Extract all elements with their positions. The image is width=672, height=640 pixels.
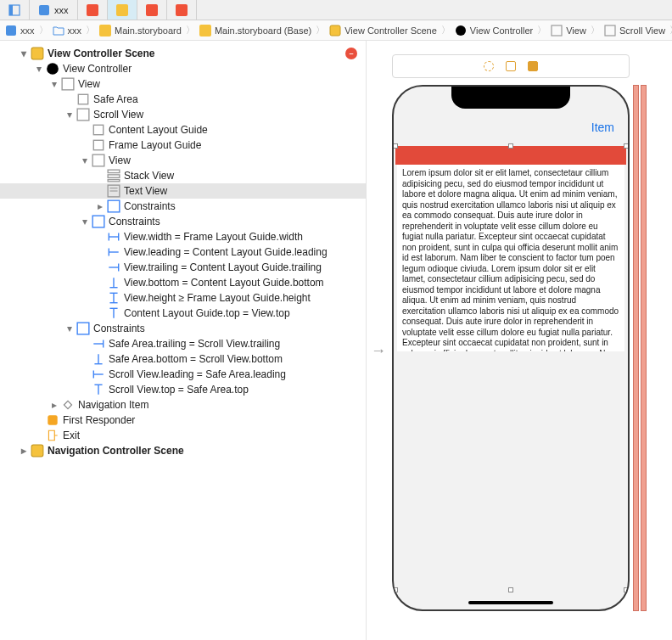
tool1-icon[interactable] [484,61,494,71]
crumb-storyboard-base[interactable]: Main.storyboard (Base) [198,25,313,36]
outline-innerview[interactable]: ▾View [0,153,366,168]
svg-rect-53 [48,415,57,424]
outline-clg[interactable]: Content Layout Guide [0,122,366,138]
disclosure-icon[interactable]: ▾ [80,216,90,227]
constraint-icon [107,306,120,320]
tab-project[interactable]: xxx [30,0,78,20]
disclosure-icon[interactable]: ▾ [49,78,59,90]
svg-rect-7 [6,25,16,36]
outline-c-trailing[interactable]: View.trailing = Content Layout Guide.tra… [0,260,366,275]
svg-rect-17 [78,94,87,104]
textview-icon [107,184,120,198]
view-icon [92,154,105,167]
crumb-scroll[interactable]: Scroll View [602,25,667,36]
disclosure-icon[interactable]: ▸ [49,399,59,411]
storyboard-icon [116,4,128,16]
outline-textview[interactable]: Text View [0,183,366,199]
outline-nav-scene[interactable]: ▸Navigation Controller Scene [0,443,366,458]
chevron-right-icon: 〉 [316,24,325,36]
svg-rect-4 [116,4,128,16]
crumb-project[interactable]: xxx [3,25,36,36]
tab-swift-1[interactable] [78,0,108,20]
svg-rect-1 [9,5,13,15]
crumb-storyboard[interactable]: Main.storyboard [98,25,183,36]
outline-stack[interactable]: Stack View [0,168,366,183]
disclosure-icon[interactable]: ▾ [34,63,44,75]
layoutguide-icon [92,138,105,152]
handle-icon[interactable] [393,143,398,149]
text-view[interactable]: Lorem ipsum dolor sit er elit lamet, con… [397,165,624,351]
outline-oc1[interactable]: Safe Area.trailing = Scroll View.trailin… [0,336,366,351]
chevron-right-icon: 〉 [186,24,195,36]
outline-c-bottom[interactable]: View.bottom = Content Layout Guide.botto… [0,275,366,290]
svg-rect-2 [39,5,49,15]
project-icon [38,4,50,16]
outline-constraints-scroll[interactable]: ▾Constraints [0,214,366,229]
device-frame[interactable]: Item Lorem ipsum dolor sit er elit lamet… [392,85,630,611]
tab-swift-2[interactable] [137,0,167,20]
outline-vc[interactable]: ▾View Controller [0,61,366,76]
tool3-icon[interactable] [528,61,538,71]
svg-rect-19 [93,125,103,134]
disclosure-icon[interactable]: ▾ [80,154,90,166]
viewcontroller-icon [46,62,59,76]
issue-indicator-icon[interactable]: – [345,48,357,59]
constraint-icon [107,261,120,274]
firstresponder-icon [46,413,59,427]
red-view[interactable] [395,146,626,165]
disclosure-icon[interactable]: ▾ [64,109,75,121]
nav-item-button[interactable]: Item [591,121,614,134]
handle-icon[interactable] [508,143,513,149]
outline-safearea[interactable]: Safe Area [0,92,366,107]
outline-view[interactable]: ▾View [0,76,366,92]
crumb-scene[interactable]: View Controller Scene [328,25,439,36]
disclosure-icon[interactable]: ▸ [19,445,29,457]
navitem-icon [61,398,75,412]
storyboard-icon [199,25,211,36]
outline-flg[interactable]: Frame Layout Guide [0,138,366,153]
crumb-view[interactable]: View [549,25,588,36]
crumb-folder[interactable]: xxx [51,25,84,36]
outline-navitem[interactable]: ▸Navigation Item [0,397,366,413]
scene-toolbar[interactable] [392,54,630,78]
outline-oc4[interactable]: Scroll View.top = Safe Area.top [0,382,366,397]
constraints-icon [76,322,90,335]
outline-c-width[interactable]: View.width = Frame Layout Guide.width [0,229,366,244]
ib-canvas[interactable]: → Item Lorem ipsum dolor sit er elit lam… [367,41,672,640]
ruler-icon [641,85,647,611]
handle-icon[interactable] [624,587,629,592]
crumb-vc[interactable]: View Controller [453,25,535,36]
outline-constraints-inner[interactable]: ▸Constraints [0,199,366,214]
disclosure-icon[interactable]: ▾ [19,48,29,59]
outline-first[interactable]: First Responder [0,413,366,428]
outline-scrollview[interactable]: ▾Scroll View [0,107,366,122]
chevron-right-icon: 〉 [591,24,600,36]
outline-c-height[interactable]: View.height ≥ Frame Layout Guide.height [0,290,366,306]
arrow-right-icon: → [371,342,386,360]
outline-exit[interactable]: Exit [0,428,366,443]
swift-icon [176,4,188,16]
disclosure-icon[interactable]: ▾ [64,323,75,334]
outline-constraints-view[interactable]: ▾Constraints [0,321,366,336]
disclosure-icon[interactable]: ▸ [95,200,105,212]
outline-oc2[interactable]: Safe Area.bottom = Scroll View.bottom [0,351,366,367]
outline-c-top[interactable]: Content Layout Guide.top = View.top [0,306,366,321]
handle-icon[interactable] [393,587,398,592]
constraint-icon [92,352,105,366]
outline-c-leading[interactable]: View.leading = Content Layout Guide.lead… [0,244,366,260]
document-outline[interactable]: ▾View Controller Scene– ▾View Controller… [0,41,367,640]
tab-swift-3[interactable] [167,0,197,20]
handle-icon[interactable] [624,143,629,149]
outline-scene[interactable]: ▾View Controller Scene– [0,46,366,61]
chevron-right-icon: 〉 [441,24,451,36]
svg-rect-24 [108,180,120,182]
chevron-right-icon: 〉 [86,24,95,36]
tab-navigator[interactable] [0,0,30,20]
outline-oc3[interactable]: Scroll View.leading = Safe Area.leading [0,367,366,382]
tab-storyboard[interactable] [108,0,137,20]
home-indicator [468,601,553,604]
folder-icon [53,25,64,36]
tool2-icon[interactable] [506,61,516,71]
view-icon [61,77,75,91]
handle-icon[interactable] [508,587,513,592]
